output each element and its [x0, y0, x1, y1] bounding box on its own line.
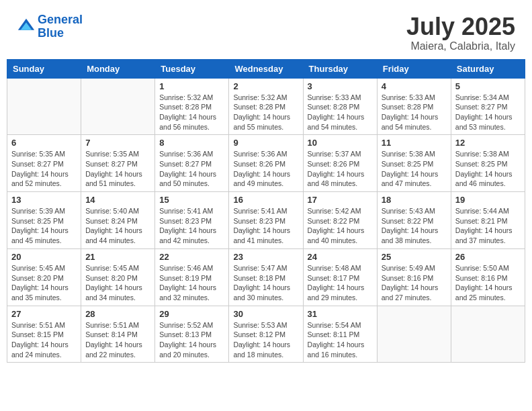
day-info: Sunrise: 5:36 AM Sunset: 8:27 PM Dayligh… — [159, 149, 224, 189]
day-info: Sunrise: 5:35 AM Sunset: 8:27 PM Dayligh… — [85, 149, 150, 189]
calendar-day-cell: 29Sunrise: 5:52 AM Sunset: 8:13 PM Dayli… — [155, 306, 229, 363]
day-info: Sunrise: 5:36 AM Sunset: 8:26 PM Dayligh… — [233, 149, 298, 189]
calendar-day-cell: 10Sunrise: 5:37 AM Sunset: 8:26 PM Dayli… — [303, 135, 377, 192]
day-number: 28 — [85, 309, 150, 319]
day-info: Sunrise: 5:48 AM Sunset: 8:17 PM Dayligh… — [308, 263, 373, 303]
calendar-day-cell — [7, 78, 81, 135]
calendar-day-cell: 20Sunrise: 5:45 AM Sunset: 8:20 PM Dayli… — [7, 248, 81, 306]
calendar-day-cell: 13Sunrise: 5:39 AM Sunset: 8:25 PM Dayli… — [7, 192, 81, 249]
day-info: Sunrise: 5:38 AM Sunset: 8:25 PM Dayligh… — [382, 149, 447, 189]
calendar-day-cell: 28Sunrise: 5:51 AM Sunset: 8:14 PM Dayli… — [81, 306, 155, 363]
day-number: 30 — [233, 309, 298, 319]
day-number: 27 — [11, 309, 77, 319]
calendar-day-cell — [451, 306, 525, 363]
weekday-header: Monday — [81, 59, 155, 78]
day-info: Sunrise: 5:52 AM Sunset: 8:13 PM Dayligh… — [159, 320, 224, 360]
day-info: Sunrise: 5:54 AM Sunset: 8:11 PM Dayligh… — [308, 320, 373, 360]
day-info: Sunrise: 5:43 AM Sunset: 8:22 PM Dayligh… — [382, 206, 447, 246]
day-info: Sunrise: 5:44 AM Sunset: 8:21 PM Dayligh… — [455, 206, 521, 246]
day-number: 21 — [85, 252, 150, 262]
day-number: 4 — [382, 81, 447, 91]
day-info: Sunrise: 5:53 AM Sunset: 8:12 PM Dayligh… — [233, 320, 298, 360]
day-info: Sunrise: 5:32 AM Sunset: 8:28 PM Dayligh… — [159, 93, 224, 132]
day-info: Sunrise: 5:51 AM Sunset: 8:14 PM Dayligh… — [85, 320, 150, 360]
day-number: 31 — [308, 309, 373, 319]
day-info: Sunrise: 5:41 AM Sunset: 8:23 PM Dayligh… — [233, 206, 298, 246]
day-info: Sunrise: 5:45 AM Sunset: 8:20 PM Dayligh… — [85, 263, 150, 303]
calendar-week-row: 6Sunrise: 5:35 AM Sunset: 8:27 PM Daylig… — [7, 135, 525, 192]
calendar-day-cell: 17Sunrise: 5:42 AM Sunset: 8:22 PM Dayli… — [303, 192, 377, 249]
calendar-day-cell: 23Sunrise: 5:47 AM Sunset: 8:18 PM Dayli… — [229, 248, 303, 306]
day-info: Sunrise: 5:37 AM Sunset: 8:26 PM Dayligh… — [308, 149, 373, 189]
logo-icon — [17, 17, 36, 36]
calendar-day-cell: 31Sunrise: 5:54 AM Sunset: 8:11 PM Dayli… — [303, 306, 377, 363]
day-number: 2 — [233, 81, 298, 91]
day-number: 23 — [233, 252, 298, 262]
day-number: 19 — [455, 195, 521, 205]
day-number: 16 — [233, 195, 298, 205]
calendar-week-row: 1Sunrise: 5:32 AM Sunset: 8:28 PM Daylig… — [7, 78, 525, 135]
day-info: Sunrise: 5:41 AM Sunset: 8:23 PM Dayligh… — [159, 206, 224, 246]
day-number: 18 — [382, 195, 447, 205]
day-number: 14 — [85, 195, 150, 205]
calendar-day-cell: 19Sunrise: 5:44 AM Sunset: 8:21 PM Dayli… — [451, 192, 525, 249]
location-title: Maiera, Calabria, Italy — [406, 40, 515, 52]
calendar-week-row: 13Sunrise: 5:39 AM Sunset: 8:25 PM Dayli… — [7, 192, 525, 249]
calendar-day-cell: 9Sunrise: 5:36 AM Sunset: 8:26 PM Daylig… — [229, 135, 303, 192]
day-info: Sunrise: 5:42 AM Sunset: 8:22 PM Dayligh… — [308, 206, 373, 246]
weekday-header: Tuesday — [155, 59, 229, 78]
logo-line2: Blue — [38, 26, 64, 40]
calendar-day-cell: 14Sunrise: 5:40 AM Sunset: 8:24 PM Dayli… — [81, 192, 155, 249]
day-info: Sunrise: 5:45 AM Sunset: 8:20 PM Dayligh… — [11, 263, 77, 303]
calendar-day-cell: 5Sunrise: 5:34 AM Sunset: 8:27 PM Daylig… — [451, 78, 525, 135]
day-number: 9 — [233, 138, 298, 148]
calendar-day-cell: 6Sunrise: 5:35 AM Sunset: 8:27 PM Daylig… — [7, 135, 81, 192]
day-number: 10 — [308, 138, 373, 148]
day-number: 22 — [159, 252, 224, 262]
calendar-day-cell: 7Sunrise: 5:35 AM Sunset: 8:27 PM Daylig… — [81, 135, 155, 192]
calendar-day-cell: 11Sunrise: 5:38 AM Sunset: 8:25 PM Dayli… — [377, 135, 451, 192]
calendar-week-row: 27Sunrise: 5:51 AM Sunset: 8:15 PM Dayli… — [7, 306, 525, 363]
day-number: 5 — [455, 81, 521, 91]
day-info: Sunrise: 5:32 AM Sunset: 8:28 PM Dayligh… — [233, 93, 298, 132]
day-number: 13 — [11, 195, 77, 205]
month-title: July 2025 — [406, 13, 515, 40]
title-block: July 2025 Maiera, Calabria, Italy — [406, 13, 515, 52]
day-info: Sunrise: 5:35 AM Sunset: 8:27 PM Dayligh… — [11, 149, 77, 189]
day-number: 8 — [159, 138, 224, 148]
weekday-header: Friday — [377, 59, 451, 78]
weekday-header: Thursday — [303, 59, 377, 78]
calendar-day-cell — [81, 78, 155, 135]
day-info: Sunrise: 5:46 AM Sunset: 8:19 PM Dayligh… — [159, 263, 224, 303]
day-number: 3 — [308, 81, 373, 91]
day-info: Sunrise: 5:33 AM Sunset: 8:28 PM Dayligh… — [308, 93, 373, 132]
calendar-day-cell: 3Sunrise: 5:33 AM Sunset: 8:28 PM Daylig… — [303, 78, 377, 135]
calendar-day-cell: 18Sunrise: 5:43 AM Sunset: 8:22 PM Dayli… — [377, 192, 451, 249]
weekday-header: Sunday — [7, 59, 81, 78]
calendar-day-cell: 8Sunrise: 5:36 AM Sunset: 8:27 PM Daylig… — [155, 135, 229, 192]
calendar-week-row: 20Sunrise: 5:45 AM Sunset: 8:20 PM Dayli… — [7, 248, 525, 306]
calendar-day-cell: 12Sunrise: 5:38 AM Sunset: 8:25 PM Dayli… — [451, 135, 525, 192]
day-info: Sunrise: 5:40 AM Sunset: 8:24 PM Dayligh… — [85, 206, 150, 246]
day-number: 6 — [11, 138, 77, 148]
day-number: 25 — [382, 252, 447, 262]
calendar-day-cell: 15Sunrise: 5:41 AM Sunset: 8:23 PM Dayli… — [155, 192, 229, 249]
day-number: 12 — [455, 138, 521, 148]
calendar-day-cell: 1Sunrise: 5:32 AM Sunset: 8:28 PM Daylig… — [155, 78, 229, 135]
calendar-day-cell: 16Sunrise: 5:41 AM Sunset: 8:23 PM Dayli… — [229, 192, 303, 249]
calendar-table: SundayMondayTuesdayWednesdayThursdayFrid… — [7, 59, 525, 363]
day-number: 26 — [455, 252, 521, 262]
day-number: 15 — [159, 195, 224, 205]
page-header: General Blue July 2025 Maiera, Calabria,… — [7, 7, 525, 56]
day-number: 1 — [159, 81, 224, 91]
calendar-day-cell — [377, 306, 451, 363]
weekday-header: Wednesday — [229, 59, 303, 78]
day-number: 11 — [382, 138, 447, 148]
day-info: Sunrise: 5:49 AM Sunset: 8:16 PM Dayligh… — [382, 263, 447, 303]
day-info: Sunrise: 5:39 AM Sunset: 8:25 PM Dayligh… — [11, 206, 77, 246]
calendar-day-cell: 26Sunrise: 5:50 AM Sunset: 8:16 PM Dayli… — [451, 248, 525, 306]
weekday-header: Saturday — [451, 59, 525, 78]
calendar-day-cell: 25Sunrise: 5:49 AM Sunset: 8:16 PM Dayli… — [377, 248, 451, 306]
day-number: 29 — [159, 309, 224, 319]
day-info: Sunrise: 5:38 AM Sunset: 8:25 PM Dayligh… — [455, 149, 521, 189]
